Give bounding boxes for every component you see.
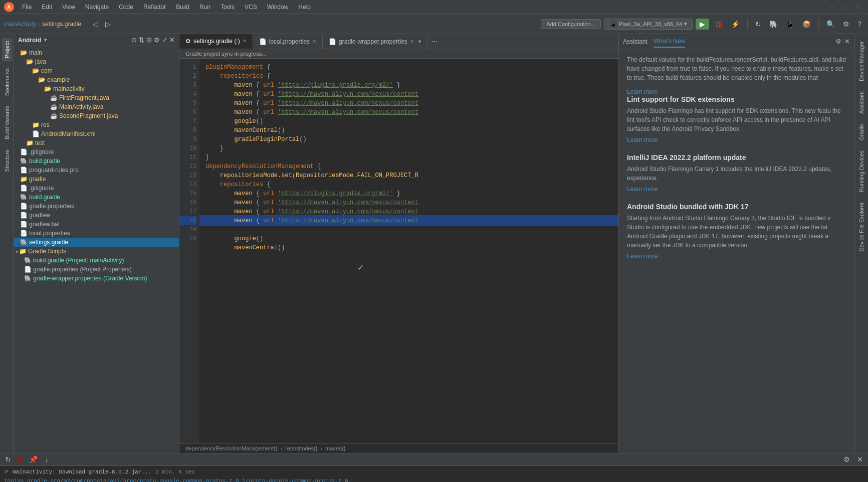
stop-btn[interactable]: ■	[16, 454, 24, 464]
device-file-explorer-tab[interactable]: Device File Explorer	[856, 199, 866, 254]
learn-more-jdk17[interactable]: Learn more	[627, 253, 846, 260]
menu-window[interactable]: Window	[263, 3, 293, 12]
tree-item-main[interactable]: 📂 main	[14, 48, 179, 57]
tree-item-gitignore[interactable]: 📄 .gitignore	[14, 147, 179, 156]
tree-item-example[interactable]: 📂 example	[14, 75, 179, 84]
build-log-line-0[interactable]: togins.gradle.org/m2/com/google/api/grpc…	[4, 477, 864, 482]
tree-item-local-properties[interactable]: 📄 local.properties	[14, 229, 179, 238]
breadcrumb-item[interactable]: repositories{}	[285, 445, 317, 451]
tree-item-proguard[interactable]: 📄 proguard-rules.pro	[14, 166, 179, 175]
tree-item-mainactivity-java[interactable]: ☕ MainActivity.java	[14, 102, 179, 111]
tree-item-secondfragment[interactable]: ☕ SecondFragment.java	[14, 111, 179, 120]
code-content[interactable]: pluginManagement { repositories { maven …	[199, 59, 618, 443]
add-config-btn[interactable]: Add Configuration...	[541, 19, 600, 29]
help-btn[interactable]: ?	[855, 19, 864, 29]
project-view-dropdown[interactable]: ▾	[44, 37, 47, 43]
nav-forward-btn[interactable]: ▷	[103, 19, 113, 29]
tree-item-com[interactable]: 📂 com	[14, 66, 179, 75]
settings-btn[interactable]: ⚙	[840, 19, 852, 29]
sdk-btn[interactable]: 📦	[800, 19, 813, 29]
settings-icon[interactable]: ⚙	[841, 454, 852, 464]
tree-item-settings-gradle[interactable]: 🐘 settings.gradle	[14, 238, 179, 247]
tab-close-btn[interactable]: ✕	[410, 39, 414, 44]
menu-build[interactable]: Build	[172, 3, 193, 12]
tree-item-gradle-scripts[interactable]: ▸ 📁 Gradle Scripts	[14, 247, 179, 256]
debug-btn[interactable]: 🐞	[712, 19, 726, 29]
breadcrumb-file[interactable]: settings.gradle	[42, 21, 81, 28]
tab-dropdown-icon[interactable]: ▾	[418, 39, 421, 44]
tree-item-project-build-gradle[interactable]: 🐘 build.gradle (Project: mainActivity)	[14, 256, 179, 265]
minimize-btn[interactable]: ─	[827, 3, 838, 11]
menu-edit[interactable]: Edit	[38, 3, 56, 12]
gear-icon[interactable]: ⚙	[154, 36, 160, 44]
menu-view[interactable]: View	[58, 3, 79, 12]
project-tab[interactable]: Project	[2, 38, 12, 61]
sync-btn[interactable]: ↻	[753, 19, 764, 29]
tab-more-btn[interactable]: ⋯	[427, 38, 442, 45]
panel-close-btn[interactable]: ✕	[169, 36, 175, 44]
tree-item-firstfragment[interactable]: ☕ FirstFragment.java	[14, 93, 179, 102]
tab-gradle-wrapper[interactable]: 📄 gradle-wrapper.properties ✕ ▾	[323, 34, 427, 49]
structure-tab[interactable]: Structure	[2, 146, 12, 175]
breadcrumb-item[interactable]: maven{}	[325, 445, 345, 451]
learn-more-lint[interactable]: Learn more	[627, 136, 846, 143]
tab-close-btn[interactable]: ✕	[312, 39, 316, 44]
close-btn[interactable]: ✕	[852, 3, 864, 11]
profile-btn[interactable]: ⚡	[729, 19, 742, 29]
gradle-btn[interactable]: 🐘	[767, 19, 780, 29]
tree-item-build-gradle[interactable]: 🐘 build.gradle	[14, 156, 179, 166]
tree-item-root-gitignore[interactable]: 📄 .gitignore	[14, 184, 179, 193]
menu-navigate[interactable]: Navigate	[81, 3, 113, 12]
avd-btn[interactable]: 📱	[783, 19, 797, 29]
gradle-vtab[interactable]: Gradle	[856, 121, 866, 143]
menu-code[interactable]: Code	[115, 3, 137, 12]
breadcrumb-project[interactable]: mainActivity	[4, 21, 36, 28]
tab-local-properties[interactable]: 📄 local.properties ✕	[253, 34, 323, 49]
expand-btn[interactable]: ⤢	[162, 36, 167, 44]
breadcrumb-item[interactable]: dependencyResolutionManagement{}	[185, 445, 277, 451]
tree-item-java[interactable]: 📂 java	[14, 57, 179, 66]
tree-item-gradle-properties[interactable]: 📄 gradle.properties	[14, 202, 179, 211]
menu-run[interactable]: Run	[195, 3, 214, 12]
learn-more-intro[interactable]: Learn more	[627, 88, 846, 95]
sort-btn[interactable]: ⇅	[139, 36, 144, 44]
tab-settings-gradle[interactable]: ⚙ settings.gradle (:) ✕	[179, 34, 253, 49]
bookmarks-tab[interactable]: Bookmarks	[2, 65, 12, 99]
device-selector[interactable]: 📱 Pixel_3a_API_33_x86_64 ▾	[604, 19, 693, 30]
assistant-vtab[interactable]: Assistant	[856, 88, 866, 117]
tree-item-root-build-gradle[interactable]: 🐘 build.gradle	[14, 193, 179, 202]
tab-close-btn[interactable]: ✕	[243, 38, 247, 44]
scope-btn[interactable]: ⊙	[131, 36, 137, 44]
tree-item-test[interactable]: 📁 test	[14, 138, 179, 147]
tree-item-mainactivity[interactable]: 📂 mainactivity	[14, 84, 179, 93]
close-build-btn[interactable]: ✕	[855, 454, 865, 464]
menu-file[interactable]: File	[18, 3, 36, 12]
settings-icon[interactable]: ⚙	[835, 38, 841, 45]
maximize-btn[interactable]: □	[840, 3, 850, 11]
tab-assistant[interactable]: Assistant	[623, 36, 647, 47]
menu-help[interactable]: Help	[294, 3, 315, 12]
menu-tools[interactable]: Tools	[216, 3, 239, 12]
tree-item-androidmanifest[interactable]: 📄 AndroidManifest.xml	[14, 129, 179, 138]
tree-item-gradlew[interactable]: 📄 gradlew	[14, 211, 179, 220]
build-variants-tab[interactable]: Build Variants	[2, 103, 12, 142]
tree-item-gradle-dir[interactable]: 📁 gradle	[14, 175, 179, 184]
tree-item-project-gradle-properties[interactable]: 📄 gradle.properties (Project Properties)	[14, 265, 179, 274]
restart-btn[interactable]: ↻	[3, 454, 13, 464]
run-btn[interactable]: ▶	[696, 19, 709, 30]
menu-vcs[interactable]: VCS	[241, 3, 261, 12]
learn-more-intellij[interactable]: Learn more	[627, 186, 846, 193]
running-devices-tab[interactable]: Running Devices	[856, 147, 866, 195]
scroll-end-btn[interactable]: ↓	[43, 454, 50, 464]
search-btn[interactable]: 🔍	[824, 19, 837, 29]
menu-refactor[interactable]: Refactor	[139, 3, 170, 12]
nav-back-btn[interactable]: ◁	[90, 19, 101, 29]
tree-item-gradle-wrapper-properties[interactable]: 🐘 gradle-wrapper.properties (Gradle Vers…	[14, 274, 179, 283]
pin-btn[interactable]: 📌	[27, 454, 40, 464]
device-manager-tab[interactable]: Device Manager	[856, 38, 866, 84]
tree-item-res[interactable]: 📁 res	[14, 120, 179, 129]
filter-btn[interactable]: ⊞	[146, 36, 152, 44]
tree-item-gradlew-bat[interactable]: 📄 gradlew.bat	[14, 220, 179, 229]
close-icon[interactable]: ✕	[844, 38, 850, 45]
tab-whats-new[interactable]: What's New	[654, 36, 686, 48]
